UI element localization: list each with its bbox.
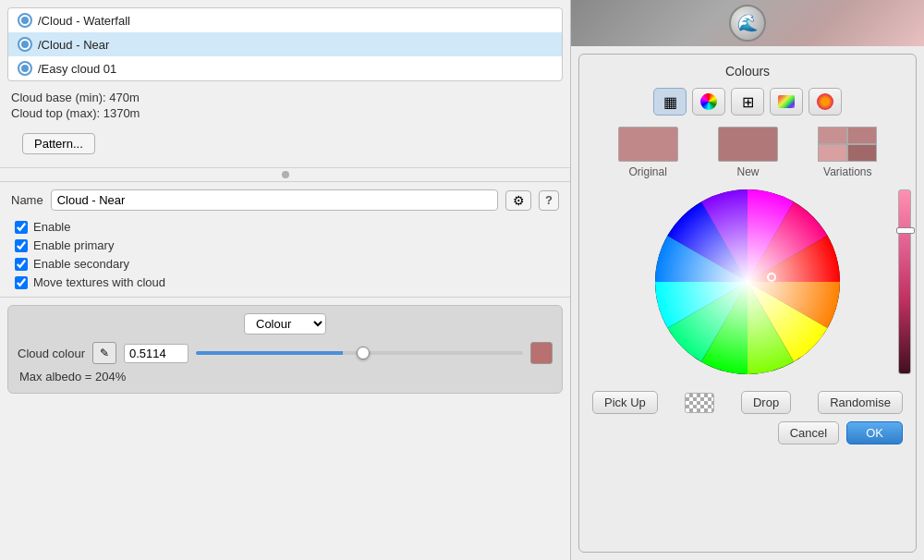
- bottom-buttons-row: Pick Up Drop Randomise: [589, 385, 906, 418]
- var-cell-4[interactable]: [847, 144, 877, 162]
- new-label: New: [736, 165, 759, 178]
- question-mark-icon: ?: [545, 193, 553, 207]
- tool-square-button[interactable]: [770, 88, 803, 116]
- var-cell-3[interactable]: [818, 144, 847, 162]
- grid-icon: ▦: [663, 93, 677, 111]
- cloud-icon-near: [18, 37, 32, 52]
- colour-swatch[interactable]: [530, 342, 553, 364]
- dots-icon: [817, 93, 833, 110]
- enable-primary-checkbox[interactable]: [15, 239, 28, 252]
- var-row-2: [818, 144, 877, 162]
- tool-dots-button[interactable]: [808, 88, 842, 116]
- logo: 🌊: [729, 5, 766, 42]
- cloud-top-text: Cloud top (max): 1370m: [11, 106, 559, 120]
- var-cell-1[interactable]: [818, 127, 847, 144]
- svg-point-1: [655, 189, 840, 374]
- pattern-button[interactable]: Pattern...: [22, 133, 95, 154]
- left-panel: /Cloud - Waterfall /Cloud - Near /Easy c…: [0, 0, 571, 560]
- enable-checkbox-row[interactable]: Enable: [15, 220, 555, 234]
- tool-grid2-button[interactable]: ⊞: [731, 88, 764, 116]
- square-icon: [778, 95, 795, 108]
- cancel-ok-row: Cancel OK: [589, 418, 906, 444]
- cloud-list: /Cloud - Waterfall /Cloud - Near /Easy c…: [7, 7, 563, 81]
- list-item-waterfall[interactable]: /Cloud - Waterfall: [8, 8, 562, 32]
- cloud-info: Cloud base (min): 470m Cloud top (max): …: [0, 81, 570, 128]
- enable-secondary-checkbox-row[interactable]: Enable secondary: [15, 257, 555, 271]
- new-swatch: [718, 127, 778, 162]
- name-input[interactable]: [51, 189, 498, 211]
- colour-slider[interactable]: [196, 351, 523, 355]
- pencil-icon: ✎: [100, 347, 109, 359]
- name-row: Name ⚙ ?: [0, 182, 570, 218]
- colour-dropdown[interactable]: Colour: [244, 313, 326, 335]
- original-label: Original: [628, 165, 666, 178]
- colours-toolbar: ▦ ⊞: [589, 88, 906, 116]
- tool-circle-button[interactable]: [692, 88, 725, 116]
- colours-dialog: Colours ▦ ⊞ Original: [578, 54, 917, 553]
- variations-swatch-group: Variations: [818, 127, 877, 178]
- checkbox-section: Enable Enable primary Enable secondary M…: [0, 218, 570, 297]
- colour-value-input[interactable]: [124, 344, 188, 363]
- scroll-dot: [282, 171, 289, 178]
- original-swatch: [618, 127, 678, 162]
- drop-button[interactable]: Drop: [741, 391, 791, 414]
- variations-label: Variations: [823, 165, 871, 178]
- help-button[interactable]: ?: [539, 190, 559, 211]
- circle-color-icon: [700, 93, 717, 110]
- colours-title: Colours: [589, 64, 906, 79]
- tool-grid-button[interactable]: ▦: [653, 88, 687, 116]
- original-swatch-group: Original: [618, 127, 678, 178]
- list-item-near[interactable]: /Cloud - Near: [8, 32, 562, 56]
- var-cell-2[interactable]: [847, 127, 877, 144]
- cloud-icon-easy: [18, 61, 32, 76]
- move-textures-checkbox-row[interactable]: Move textures with cloud: [15, 275, 555, 289]
- colour-row: Cloud colour ✎: [18, 342, 553, 364]
- move-textures-checkbox[interactable]: [15, 276, 28, 289]
- randomise-button[interactable]: Randomise: [818, 391, 903, 414]
- grid2-icon: ⊞: [742, 93, 754, 111]
- right-top-banner: 🌊: [571, 0, 924, 46]
- cloud-colour-label: Cloud colour: [18, 347, 85, 360]
- brightness-strip[interactable]: [898, 189, 911, 374]
- right-panel: 🌊 Colours ▦ ⊞ Original: [571, 0, 924, 560]
- var-row-1: [818, 127, 877, 144]
- new-swatch-group: New: [718, 127, 778, 178]
- variations-swatches: [818, 127, 877, 162]
- gear-icon: ⚙: [513, 193, 525, 208]
- colour-header: Colour: [18, 313, 553, 335]
- enable-secondary-checkbox[interactable]: [15, 258, 28, 271]
- albedo-text: Max albedo = 204%: [18, 370, 553, 383]
- cancel-button[interactable]: Cancel: [778, 421, 839, 444]
- scroll-indicator: [0, 168, 570, 181]
- cloud-icon-waterfall: [18, 13, 32, 28]
- checkered-button[interactable]: [685, 393, 714, 413]
- color-wheel[interactable]: [655, 189, 840, 374]
- gear-button[interactable]: ⚙: [505, 190, 531, 211]
- brightness-thumb: [896, 227, 915, 234]
- divider-3: [0, 297, 570, 298]
- ok-button[interactable]: OK: [846, 421, 903, 444]
- swatches-row: Original New Variations: [589, 127, 906, 178]
- cloud-base-text: Cloud base (min): 470m: [11, 91, 559, 104]
- color-wheel-wrapper: [655, 189, 840, 374]
- pencil-button[interactable]: ✎: [92, 342, 116, 364]
- colour-section: Colour Cloud colour ✎ Max albedo = 204%: [7, 305, 563, 394]
- pick-up-button[interactable]: Pick Up: [592, 391, 658, 414]
- enable-checkbox[interactable]: [15, 221, 28, 234]
- slider-container: [196, 344, 523, 362]
- enable-primary-checkbox-row[interactable]: Enable primary: [15, 238, 555, 252]
- name-label: Name: [11, 193, 43, 207]
- list-item-easy[interactable]: /Easy cloud 01: [8, 56, 562, 80]
